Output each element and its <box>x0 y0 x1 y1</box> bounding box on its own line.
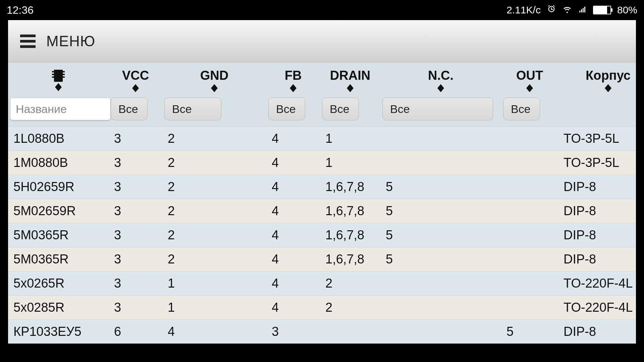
column-header-fb[interactable]: FB <box>266 62 320 96</box>
table-row[interactable]: 5M02659R3241,6,7,85DIP-8 <box>8 199 636 223</box>
sort-icon <box>346 84 354 92</box>
cell-pkg: DIP-8 <box>558 247 636 272</box>
cell-vcc: 3 <box>109 199 162 223</box>
cell-vcc: 3 <box>109 151 162 175</box>
cell-vcc: 3 <box>109 175 162 199</box>
cell-vcc: 3 <box>109 223 162 247</box>
cell-nc <box>380 151 501 175</box>
cell-fb: 4 <box>266 223 320 247</box>
wifi-icon <box>562 4 572 16</box>
chip-icon <box>54 70 63 82</box>
app-content: МЕНЮ <box>8 20 636 344</box>
cell-drain: 1,6,7,8 <box>320 223 380 247</box>
cell-name: 5H02659R <box>8 175 109 199</box>
cell-drain: 1,6,7,8 <box>320 199 380 223</box>
filter-nc-button[interactable]: Все <box>382 98 493 120</box>
cell-out <box>501 175 558 199</box>
column-header-nc[interactable]: N.C. <box>380 62 501 96</box>
filter-gnd-button[interactable]: Все <box>164 98 221 120</box>
cell-vcc: 3 <box>109 127 162 151</box>
column-label: VCC <box>122 68 149 83</box>
table-row[interactable]: 5M0365R3241,6,7,85DIP-8 <box>8 223 636 247</box>
cell-drain: 1 <box>320 151 380 175</box>
cell-nc <box>380 320 501 344</box>
cell-gnd: 2 <box>162 151 266 175</box>
column-label: GND <box>200 68 228 83</box>
status-right: 2.11K/c 80% <box>506 4 637 16</box>
column-header-package[interactable]: Корпус <box>558 62 636 96</box>
filter-fb-button[interactable]: Все <box>268 98 305 120</box>
battery-icon <box>593 6 611 14</box>
sort-icon <box>210 84 218 92</box>
filter-vcc-button[interactable]: Все <box>111 98 148 120</box>
cell-gnd: 2 <box>162 247 266 272</box>
sort-icon <box>604 84 612 92</box>
cell-gnd: 2 <box>162 199 266 223</box>
components-table: VCC GND <box>8 62 636 344</box>
cell-name: 5M0365R <box>8 223 109 247</box>
table-row[interactable]: 5x0265R3142TO-220F-4L <box>8 272 636 296</box>
filter-name-input[interactable] <box>10 98 111 120</box>
cell-gnd: 2 <box>162 127 266 151</box>
cell-fb: 4 <box>266 151 320 175</box>
cell-fb: 4 <box>266 272 320 296</box>
cell-drain: 1 <box>320 127 380 151</box>
column-header-drain[interactable]: DRAIN <box>320 62 380 96</box>
column-header-vcc[interactable]: VCC <box>109 62 162 96</box>
table-row[interactable]: 5x0285R3142TO-220F-4L <box>8 296 636 320</box>
cell-gnd: 1 <box>162 272 266 296</box>
column-label: FB <box>285 68 302 83</box>
cell-name: 1L0880B <box>8 127 109 151</box>
cell-nc: 5 <box>380 199 501 223</box>
column-header-name[interactable] <box>8 62 109 96</box>
cell-pkg: DIP-8 <box>558 199 636 223</box>
filter-out-button[interactable]: Все <box>503 98 540 120</box>
cell-nc <box>380 272 501 296</box>
battery-percent: 80% <box>617 4 637 16</box>
cell-nc <box>380 296 501 320</box>
menu-label[interactable]: МЕНЮ <box>46 33 95 50</box>
filter-drain-button[interactable]: Все <box>322 98 359 120</box>
column-label: OUT <box>516 68 543 83</box>
table-row[interactable]: 5M0365R3241,6,7,85DIP-8 <box>8 247 636 272</box>
alarm-icon <box>547 4 556 16</box>
cell-out <box>501 247 558 272</box>
cell-pkg: DIP-8 <box>558 320 636 344</box>
table-row[interactable]: 5H02659R3241,6,7,85DIP-8 <box>8 175 636 199</box>
cell-fb: 4 <box>266 199 320 223</box>
cell-name: 5x0285R <box>8 296 109 320</box>
cell-vcc: 3 <box>109 296 162 320</box>
table-row[interactable]: КР1033ЕУ56435DIP-8 <box>8 320 636 344</box>
sort-icon <box>526 84 534 92</box>
column-header-gnd[interactable]: GND <box>162 62 266 96</box>
cell-name: 5M0365R <box>8 247 109 272</box>
column-header-out[interactable]: OUT <box>501 62 558 96</box>
cell-name: 5M02659R <box>8 199 109 223</box>
status-bar: 12:36 2.11K/c 80% <box>0 0 644 20</box>
cell-drain: 1,6,7,8 <box>320 247 380 272</box>
cell-out <box>501 127 558 151</box>
column-label: N.C. <box>428 68 453 83</box>
cell-name: 5x0265R <box>8 272 109 296</box>
cell-fb: 4 <box>266 127 320 151</box>
table-row[interactable]: 1M0880B3241TO-3P-5L <box>8 151 636 175</box>
cell-fb: 3 <box>266 320 320 344</box>
sort-icon <box>131 84 140 92</box>
cell-pkg: TO-3P-5L <box>558 127 636 151</box>
status-time: 12:36 <box>7 4 34 16</box>
cell-nc <box>380 127 501 151</box>
cell-drain: 1,6,7,8 <box>320 175 380 199</box>
cell-vcc: 6 <box>109 320 162 344</box>
sort-icon <box>289 84 297 92</box>
cell-vcc: 3 <box>109 272 162 296</box>
cellular-icon <box>578 4 587 16</box>
cell-pkg: TO-220F-4L <box>558 272 636 296</box>
menu-icon[interactable] <box>20 35 36 48</box>
cell-pkg: DIP-8 <box>558 223 636 247</box>
table-row[interactable]: 1L0880B3241TO-3P-5L <box>8 127 636 151</box>
cell-pkg: DIP-8 <box>558 175 636 199</box>
cell-fb: 4 <box>266 247 320 272</box>
cell-pkg: TO-220F-4L <box>558 296 636 320</box>
cell-name: КР1033ЕУ5 <box>8 320 109 344</box>
cell-nc: 5 <box>380 247 501 272</box>
